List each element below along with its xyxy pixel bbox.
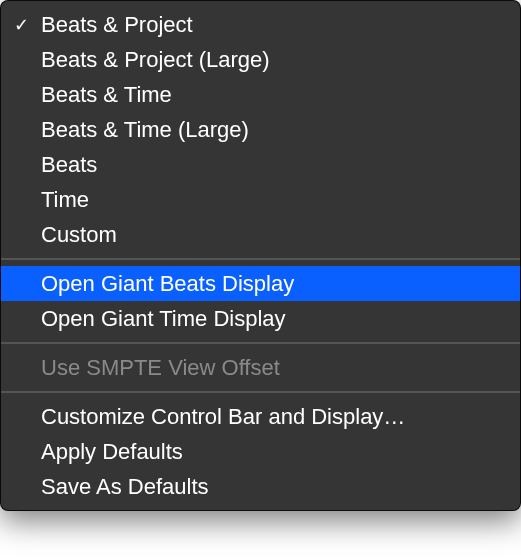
menu-item-label: Beats & Time [41,82,504,108]
menu-item-apply-defaults[interactable]: Apply Defaults [1,434,520,469]
menu-item-customize-control-bar[interactable]: Customize Control Bar and Display… [1,399,520,434]
menu-item-open-giant-time-display[interactable]: Open Giant Time Display [1,301,520,336]
menu-item-label: Use SMPTE View Offset [41,355,504,381]
menu-item-label: Open Giant Time Display [41,306,504,332]
menu-item-label: Beats & Time (Large) [41,117,504,143]
context-menu: ✓Beats & ProjectBeats & Project (Large)B… [0,0,521,511]
menu-item-label: Customize Control Bar and Display… [41,404,504,430]
menu-item-beats-time-large[interactable]: Beats & Time (Large) [1,112,520,147]
checkmark-icon: ✓ [1,14,41,36]
menu-separator [1,258,520,260]
menu-item-label: Beats & Project [41,12,504,38]
menu-item-use-smpte-view-offset: Use SMPTE View Offset [1,350,520,385]
menu-item-label: Open Giant Beats Display [41,271,504,297]
menu-item-label: Save As Defaults [41,474,504,500]
menu-item-label: Apply Defaults [41,439,504,465]
menu-item-label: Beats [41,152,504,178]
menu-item-custom[interactable]: Custom [1,217,520,252]
menu-item-label: Custom [41,222,504,248]
menu-item-beats[interactable]: Beats [1,147,520,182]
menu-separator [1,342,520,344]
menu-separator [1,391,520,393]
menu-item-beats-project[interactable]: ✓Beats & Project [1,7,520,42]
menu-item-beats-time[interactable]: Beats & Time [1,77,520,112]
menu-item-time[interactable]: Time [1,182,520,217]
menu-item-save-as-defaults[interactable]: Save As Defaults [1,469,520,504]
menu-item-label: Beats & Project (Large) [41,47,504,73]
menu-item-beats-project-large[interactable]: Beats & Project (Large) [1,42,520,77]
menu-item-label: Time [41,187,504,213]
menu-item-open-giant-beats-display[interactable]: Open Giant Beats Display [1,266,520,301]
